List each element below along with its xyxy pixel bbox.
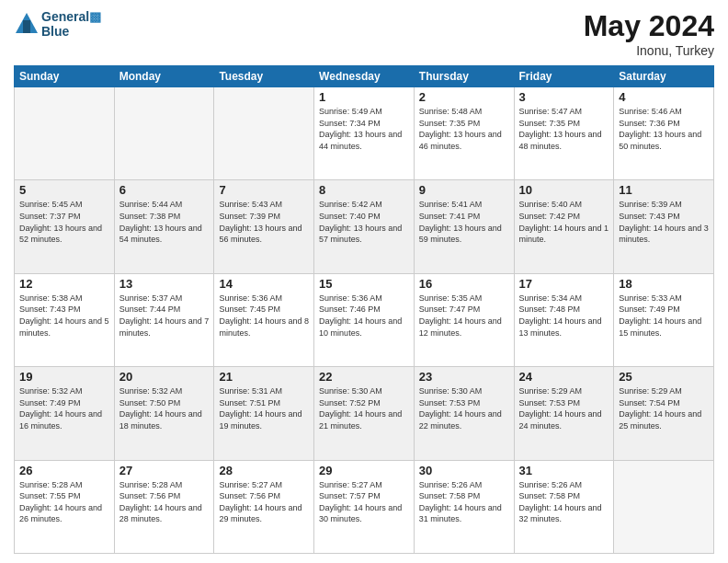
day-number: 12 xyxy=(19,277,109,291)
day-number: 19 xyxy=(19,370,109,384)
calendar-cell: 22Sunrise: 5:30 AMSunset: 7:52 PMDayligh… xyxy=(314,367,415,460)
calendar-cell: 21Sunrise: 5:31 AMSunset: 7:51 PMDayligh… xyxy=(214,367,314,460)
day-info: Sunrise: 5:27 AMSunset: 7:56 PMDaylight:… xyxy=(219,479,309,525)
logo-text: General▩ Blue xyxy=(41,9,101,39)
weekday-header-tuesday: Tuesday xyxy=(214,66,314,87)
day-number: 30 xyxy=(419,464,509,477)
day-number: 8 xyxy=(319,183,409,197)
day-number: 22 xyxy=(319,370,409,384)
day-number: 31 xyxy=(519,464,609,477)
calendar-cell: 5Sunrise: 5:45 AMSunset: 7:37 PMDaylight… xyxy=(15,180,115,273)
day-info: Sunrise: 5:44 AMSunset: 7:38 PMDaylight:… xyxy=(119,199,210,245)
calendar-cell: 13Sunrise: 5:37 AMSunset: 7:44 PMDayligh… xyxy=(114,273,214,366)
logo-icon xyxy=(14,11,40,37)
day-info: Sunrise: 5:35 AMSunset: 7:47 PMDaylight:… xyxy=(419,293,509,339)
page: General▩ Blue May 2024 Inonu, Turkey Sun… xyxy=(0,0,728,563)
day-info: Sunrise: 5:32 AMSunset: 7:49 PMDaylight:… xyxy=(19,385,109,431)
day-info: Sunrise: 5:38 AMSunset: 7:43 PMDaylight:… xyxy=(19,293,109,339)
day-number: 21 xyxy=(219,370,309,384)
calendar-week-1: 5Sunrise: 5:45 AMSunset: 7:37 PMDaylight… xyxy=(15,180,714,273)
calendar-cell: 11Sunrise: 5:39 AMSunset: 7:43 PMDayligh… xyxy=(614,180,714,273)
day-number: 2 xyxy=(419,90,509,104)
calendar-cell: 20Sunrise: 5:32 AMSunset: 7:50 PMDayligh… xyxy=(114,367,214,460)
calendar-cell: 30Sunrise: 5:26 AMSunset: 7:58 PMDayligh… xyxy=(414,460,514,553)
calendar-week-2: 12Sunrise: 5:38 AMSunset: 7:43 PMDayligh… xyxy=(15,273,714,366)
calendar-cell: 3Sunrise: 5:47 AMSunset: 7:35 PMDaylight… xyxy=(514,87,614,180)
day-info: Sunrise: 5:41 AMSunset: 7:41 PMDaylight:… xyxy=(419,199,509,245)
day-number: 10 xyxy=(519,183,609,197)
calendar-cell: 29Sunrise: 5:27 AMSunset: 7:57 PMDayligh… xyxy=(314,460,415,553)
calendar-week-4: 26Sunrise: 5:28 AMSunset: 7:55 PMDayligh… xyxy=(15,460,714,553)
calendar-cell: 12Sunrise: 5:38 AMSunset: 7:43 PMDayligh… xyxy=(15,273,115,366)
day-number: 16 xyxy=(419,277,509,291)
day-number: 25 xyxy=(619,370,709,384)
day-info: Sunrise: 5:40 AMSunset: 7:42 PMDaylight:… xyxy=(519,199,609,245)
calendar-cell: 28Sunrise: 5:27 AMSunset: 7:56 PMDayligh… xyxy=(214,460,314,553)
day-info: Sunrise: 5:32 AMSunset: 7:50 PMDaylight:… xyxy=(119,385,210,431)
day-info: Sunrise: 5:29 AMSunset: 7:53 PMDaylight:… xyxy=(519,385,609,431)
day-number: 23 xyxy=(419,370,509,384)
calendar-cell: 1Sunrise: 5:49 AMSunset: 7:34 PMDaylight… xyxy=(314,87,415,180)
day-number: 14 xyxy=(219,277,309,291)
logo: General▩ Blue xyxy=(14,9,101,39)
day-info: Sunrise: 5:46 AMSunset: 7:36 PMDaylight:… xyxy=(619,106,709,152)
day-info: Sunrise: 5:47 AMSunset: 7:35 PMDaylight:… xyxy=(519,106,609,152)
title-block: May 2024 Inonu, Turkey xyxy=(584,9,714,58)
day-info: Sunrise: 5:42 AMSunset: 7:40 PMDaylight:… xyxy=(319,199,409,245)
calendar-body: 1Sunrise: 5:49 AMSunset: 7:34 PMDaylight… xyxy=(15,87,714,554)
month-title: May 2024 xyxy=(584,9,714,43)
calendar-week-3: 19Sunrise: 5:32 AMSunset: 7:49 PMDayligh… xyxy=(15,367,714,460)
calendar-cell: 23Sunrise: 5:30 AMSunset: 7:53 PMDayligh… xyxy=(414,367,514,460)
day-info: Sunrise: 5:39 AMSunset: 7:43 PMDaylight:… xyxy=(619,199,709,245)
calendar-cell xyxy=(114,87,214,180)
calendar-cell: 9Sunrise: 5:41 AMSunset: 7:41 PMDaylight… xyxy=(414,180,514,273)
day-number: 27 xyxy=(119,464,210,477)
day-number: 15 xyxy=(319,277,409,291)
day-number: 11 xyxy=(619,183,709,197)
day-info: Sunrise: 5:34 AMSunset: 7:48 PMDaylight:… xyxy=(519,293,609,339)
weekday-header-wednesday: Wednesday xyxy=(314,66,415,87)
calendar-cell: 14Sunrise: 5:36 AMSunset: 7:45 PMDayligh… xyxy=(214,273,314,366)
day-info: Sunrise: 5:30 AMSunset: 7:53 PMDaylight:… xyxy=(419,385,509,431)
day-number: 17 xyxy=(519,277,609,291)
calendar-cell xyxy=(614,460,714,553)
weekday-header-thursday: Thursday xyxy=(414,66,514,87)
day-number: 29 xyxy=(319,464,409,477)
weekday-header-monday: Monday xyxy=(114,66,214,87)
calendar-cell: 4Sunrise: 5:46 AMSunset: 7:36 PMDaylight… xyxy=(614,87,714,180)
day-info: Sunrise: 5:28 AMSunset: 7:56 PMDaylight:… xyxy=(119,479,210,525)
calendar-cell: 10Sunrise: 5:40 AMSunset: 7:42 PMDayligh… xyxy=(514,180,614,273)
calendar-cell xyxy=(15,87,115,180)
day-info: Sunrise: 5:45 AMSunset: 7:37 PMDaylight:… xyxy=(19,199,109,245)
day-number: 9 xyxy=(419,183,509,197)
day-info: Sunrise: 5:48 AMSunset: 7:35 PMDaylight:… xyxy=(419,106,509,152)
day-info: Sunrise: 5:26 AMSunset: 7:58 PMDaylight:… xyxy=(519,479,609,525)
calendar: SundayMondayTuesdayWednesdayThursdayFrid… xyxy=(14,65,714,554)
day-info: Sunrise: 5:30 AMSunset: 7:52 PMDaylight:… xyxy=(319,385,409,431)
calendar-cell: 19Sunrise: 5:32 AMSunset: 7:49 PMDayligh… xyxy=(15,367,115,460)
day-info: Sunrise: 5:31 AMSunset: 7:51 PMDaylight:… xyxy=(219,385,309,431)
day-info: Sunrise: 5:43 AMSunset: 7:39 PMDaylight:… xyxy=(219,199,309,245)
header: General▩ Blue May 2024 Inonu, Turkey xyxy=(14,9,714,58)
calendar-cell: 7Sunrise: 5:43 AMSunset: 7:39 PMDaylight… xyxy=(214,180,314,273)
day-number: 13 xyxy=(119,277,210,291)
day-info: Sunrise: 5:27 AMSunset: 7:57 PMDaylight:… xyxy=(319,479,409,525)
weekday-header-saturday: Saturday xyxy=(614,66,714,87)
day-number: 5 xyxy=(19,183,109,197)
day-info: Sunrise: 5:36 AMSunset: 7:45 PMDaylight:… xyxy=(219,293,309,339)
calendar-cell xyxy=(214,87,314,180)
weekday-header-row: SundayMondayTuesdayWednesdayThursdayFrid… xyxy=(15,66,714,87)
day-number: 7 xyxy=(219,183,309,197)
calendar-cell: 17Sunrise: 5:34 AMSunset: 7:48 PMDayligh… xyxy=(514,273,614,366)
day-number: 6 xyxy=(119,183,210,197)
weekday-header-friday: Friday xyxy=(514,66,614,87)
day-info: Sunrise: 5:26 AMSunset: 7:58 PMDaylight:… xyxy=(419,479,509,525)
calendar-cell: 15Sunrise: 5:36 AMSunset: 7:46 PMDayligh… xyxy=(314,273,415,366)
day-number: 24 xyxy=(519,370,609,384)
day-number: 1 xyxy=(319,90,409,104)
calendar-cell: 16Sunrise: 5:35 AMSunset: 7:47 PMDayligh… xyxy=(414,273,514,366)
calendar-cell: 8Sunrise: 5:42 AMSunset: 7:40 PMDaylight… xyxy=(314,180,415,273)
day-number: 4 xyxy=(619,90,709,104)
calendar-cell: 24Sunrise: 5:29 AMSunset: 7:53 PMDayligh… xyxy=(514,367,614,460)
day-info: Sunrise: 5:49 AMSunset: 7:34 PMDaylight:… xyxy=(319,106,409,152)
